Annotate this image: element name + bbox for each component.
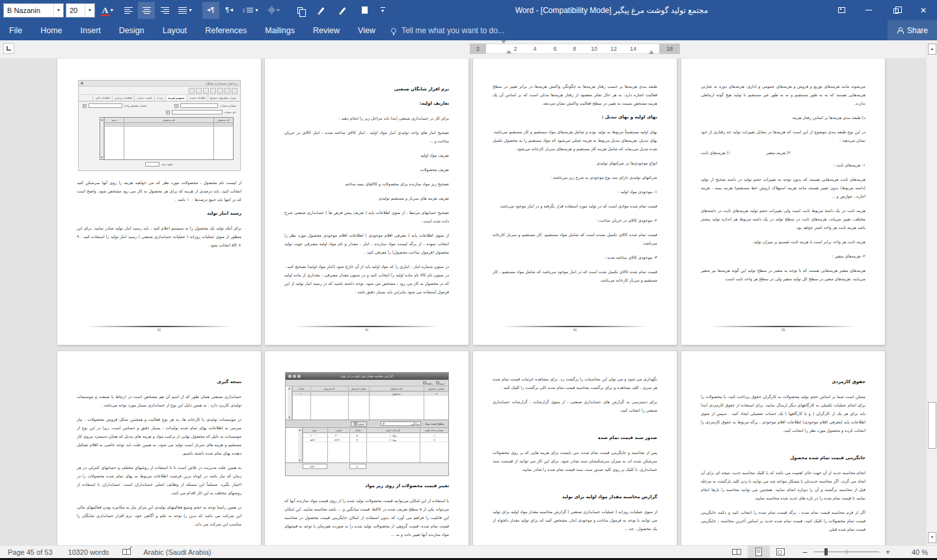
- copy-button[interactable]: [292, 2, 308, 19]
- figure-price-level-value: میانگین▼: [381, 421, 421, 426]
- language-indicator[interactable]: Arabic (Saudi Arabia): [144, 548, 211, 556]
- figure-tab: نمودار سطحهای حسابها: [208, 95, 239, 101]
- line-spacing-button[interactable]: ↕▼: [239, 2, 262, 19]
- tab-stop-icon: [7, 46, 11, 51]
- tab-home[interactable]: Home: [31, 20, 71, 40]
- document-page[interactable]: نرم افزار حسابداری شایگاننمودار سطحهای ح…: [57, 59, 261, 345]
- hanging-indent-marker[interactable]: [506, 44, 511, 53]
- tell-me-box[interactable]: Tell me what you want to do...: [391, 26, 504, 35]
- read-mode-button[interactable]: [726, 546, 748, 559]
- document-page[interactable]: نرم افزار شایگان صنعتیتعاریف اولیه:برای …: [265, 59, 468, 345]
- spacer: [701, 440, 865, 451]
- align-center-icon: [143, 7, 151, 14]
- scroll-up-button[interactable]: ▲: [928, 44, 936, 55]
- document-page[interactable]: طبقه بندی هزینه‌ها بر حسب رفتار هزینه‌ها…: [473, 59, 677, 345]
- right-indent-marker[interactable]: [649, 50, 654, 54]
- footer-divider: [87, 326, 232, 327]
- font-color-button[interactable]: A▼: [98, 2, 118, 19]
- figure-grid-cell: ۱۰: [293, 392, 310, 396]
- print-layout-button[interactable]: [748, 546, 770, 559]
- scroll-down-button[interactable]: ▼: [928, 532, 936, 543]
- section-heading: بهای اولیه و بهای تبدیل :: [493, 113, 657, 121]
- tab-view[interactable]: View: [349, 20, 385, 40]
- rtl-text-direction-button[interactable]: ◀¶: [202, 2, 219, 19]
- tab-insert[interactable]: Insert: [72, 20, 110, 40]
- figure-grid-cell: ۷۷٬۴۰۰: [328, 438, 349, 442]
- document-page[interactable]: نگهداری می شود و می توان این محاسبات را …: [473, 351, 677, 545]
- figure-grid-header: نام محصول: [124, 118, 213, 123]
- figure-lookup-button: ▾: [83, 104, 87, 108]
- align-right-button[interactable]: [156, 2, 173, 19]
- zoom-slider[interactable]: [814, 552, 879, 552]
- zoom-out-button[interactable]: −: [798, 547, 811, 557]
- shading-button[interactable]: ▼: [264, 2, 286, 19]
- proofing-errors-icon[interactable]: [122, 549, 131, 555]
- tab-layout[interactable]: Layout: [154, 20, 197, 40]
- chevron-down-icon[interactable]: ▼: [53, 4, 63, 17]
- paragraph: از لیست نام محصول ، محصولات مورد نظر که …: [77, 178, 241, 204]
- share-label: Share: [907, 26, 928, 35]
- first-line-indent-marker[interactable]: [501, 40, 506, 50]
- vertical-scrollbar[interactable]: ▲ ▼: [926, 40, 937, 545]
- figure-tab-strip: نمودار سطحهای حسابهااطلاعات قیمتتسهیم هز…: [79, 95, 240, 101]
- share-button[interactable]: Share: [888, 20, 937, 40]
- figure-grid-cell: مواد ۲: [367, 438, 420, 442]
- figure-grid-cell: مواد ۱: [367, 433, 420, 438]
- document-page[interactable]: گزارش محاسبه مقدار مواد اولیه بر اثر تول…: [265, 351, 468, 545]
- page-indicator[interactable]: Page 45 of 53: [8, 548, 53, 556]
- figure-toolbar: [79, 87, 240, 95]
- figure-grid-column: نام محصولمحصول: [369, 386, 424, 420]
- ribbon-display-options-button[interactable]: [828, 0, 855, 20]
- document-page[interactable]: حقوق کارمزدیممکن است شما بر اساس حجم تول…: [681, 351, 885, 545]
- restore-button[interactable]: [882, 0, 910, 20]
- tab-mailings[interactable]: Mailings: [256, 20, 304, 40]
- web-layout-button[interactable]: [770, 546, 792, 559]
- align-center-button[interactable]: [138, 2, 155, 19]
- tab-references[interactable]: References: [196, 20, 256, 40]
- font-name-combo[interactable]: B Nazanin ▼: [3, 3, 64, 18]
- close-button[interactable]: ✕: [910, 0, 937, 20]
- new-blank-document-button[interactable]: [356, 2, 373, 19]
- scrollbar-thumb[interactable]: [928, 402, 936, 449]
- figure-window-buttons: [288, 375, 301, 378]
- chevron-down-icon[interactable]: ▼: [85, 4, 94, 17]
- tab-review[interactable]: Review: [304, 20, 349, 40]
- paragraph: از منوی عملیات روزانه ( عملیات حسابداری …: [493, 507, 657, 533]
- figure-window-close: [81, 82, 83, 85]
- paragraph: اگر از فرم محاسبه قیمت تمام شده ، برگه ق…: [701, 508, 865, 533]
- figure-toolbar-button: [196, 88, 202, 94]
- zoom-in-button[interactable]: +: [882, 548, 894, 557]
- tab-file[interactable]: File: [0, 20, 31, 40]
- paragraph: انواع موجودی‌ها در شرکتهای تولیدی: [493, 159, 657, 167]
- format-painter-button[interactable]: [313, 2, 330, 19]
- figure-totals-row: ۸۰۷۷۲٬۰۰۰: [286, 463, 448, 469]
- column-item: ۱) هزینه‌های ثابت: [701, 150, 730, 155]
- minimize-button[interactable]: [855, 0, 882, 20]
- word-count[interactable]: 10320 words: [68, 548, 109, 556]
- customize-quick-access-toolbar-button[interactable]: ▾: [374, 2, 391, 19]
- paragraph: می‌شوند مانند هزینه‌های توزیع و فروش و ه…: [701, 82, 865, 107]
- tab-design[interactable]: Design: [110, 20, 154, 40]
- justify-button[interactable]: ▼: [174, 2, 197, 19]
- indent-markers[interactable]: [501, 44, 507, 50]
- zoom-slider-thumb[interactable]: [824, 548, 828, 555]
- figure-grid-header: درصد: [105, 118, 124, 123]
- paragraph: از منوی اطلاعات پایه ( معرفی اقلام موجود…: [284, 231, 449, 256]
- horizontal-ruler[interactable]: 2 2468101214 18: [470, 44, 680, 54]
- highlighter-button[interactable]: [334, 2, 351, 19]
- align-left-button[interactable]: [120, 2, 137, 19]
- paragraph: هزینه ثابت هر واحد برابر است با هزینه ثا…: [701, 237, 865, 246]
- figure-grid-header: کد محصول: [214, 118, 233, 123]
- tab-stop-selector[interactable]: [3, 43, 14, 54]
- figure-grid-column: مقدار۱۰: [292, 386, 310, 420]
- ltr-text-direction-button[interactable]: ¶◀: [221, 2, 238, 19]
- document-page[interactable]: می‌شوند مانند هزینه‌های توزیع و فروش و ه…: [681, 59, 885, 345]
- spacer: [493, 479, 657, 490]
- figure-toolbar-button: [232, 88, 238, 94]
- zoom-level[interactable]: 40 %: [897, 548, 928, 556]
- figure-tab: اطلاعات کلی: [92, 95, 111, 101]
- paragraph: قیمت تمام شده موادی است که در تولید مورد…: [493, 202, 657, 210]
- font-size-combo[interactable]: 20 ▼: [66, 3, 95, 18]
- document-page[interactable]: نتیجه گیریحسابداری صنعتی همان طور که از …: [57, 351, 261, 545]
- figure-grid-cell: محصول: [370, 392, 424, 396]
